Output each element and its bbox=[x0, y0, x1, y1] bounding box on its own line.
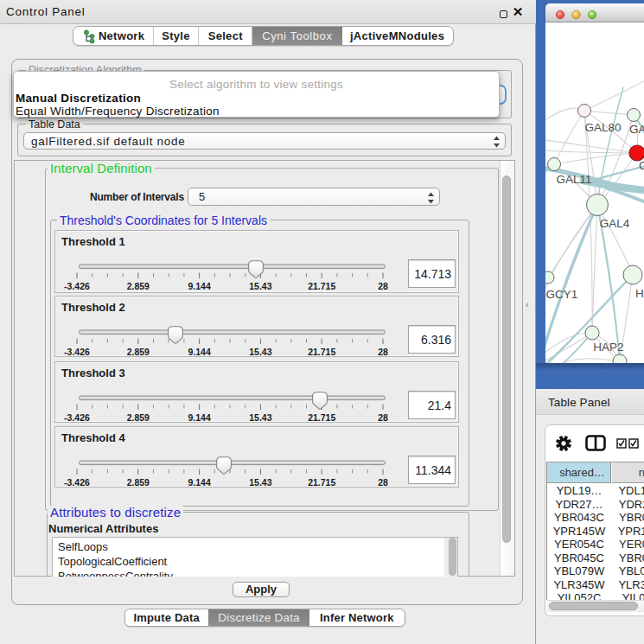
svg-text:28: 28 bbox=[378, 477, 388, 488]
svg-text:9.144: 9.144 bbox=[188, 477, 210, 488]
svg-text:GAL2: GAL2 bbox=[629, 123, 644, 136]
svg-text:GAL4: GAL4 bbox=[600, 217, 630, 230]
svg-text:-3.426: -3.426 bbox=[64, 281, 90, 291]
svg-text:GCY1: GCY1 bbox=[546, 288, 578, 301]
svg-text:2.859: 2.859 bbox=[127, 477, 150, 488]
svg-text:-3.426: -3.426 bbox=[64, 347, 90, 357]
svg-text:28: 28 bbox=[378, 412, 388, 423]
svg-text:GAL80: GAL80 bbox=[584, 121, 621, 134]
svg-text:28: 28 bbox=[378, 281, 388, 291]
svg-text:15.43: 15.43 bbox=[249, 281, 271, 291]
svg-text:9.144: 9.144 bbox=[188, 412, 210, 423]
svg-text:15.43: 15.43 bbox=[249, 347, 271, 357]
svg-text:9.144: 9.144 bbox=[188, 281, 210, 291]
svg-text:-3.426: -3.426 bbox=[64, 477, 90, 488]
svg-text:HIS: HIS bbox=[635, 287, 644, 300]
svg-text:GAL11: GAL11 bbox=[556, 173, 591, 186]
svg-text:15.43: 15.43 bbox=[249, 412, 271, 423]
svg-text:HAP2: HAP2 bbox=[593, 341, 623, 354]
svg-text:21.715: 21.715 bbox=[308, 412, 335, 423]
svg-text:-3.426: -3.426 bbox=[64, 412, 90, 423]
svg-text:28: 28 bbox=[378, 347, 388, 357]
svg-text:21.715: 21.715 bbox=[308, 281, 335, 291]
svg-text:2.859: 2.859 bbox=[127, 412, 150, 423]
svg-text:9.144: 9.144 bbox=[188, 347, 210, 357]
svg-text:CY: CY bbox=[639, 159, 644, 172]
svg-text:21.715: 21.715 bbox=[308, 347, 335, 357]
svg-text:21.715: 21.715 bbox=[308, 477, 335, 488]
svg-text:2.859: 2.859 bbox=[127, 281, 150, 291]
svg-text:15.43: 15.43 bbox=[249, 477, 271, 488]
svg-text:2.859: 2.859 bbox=[127, 347, 150, 357]
